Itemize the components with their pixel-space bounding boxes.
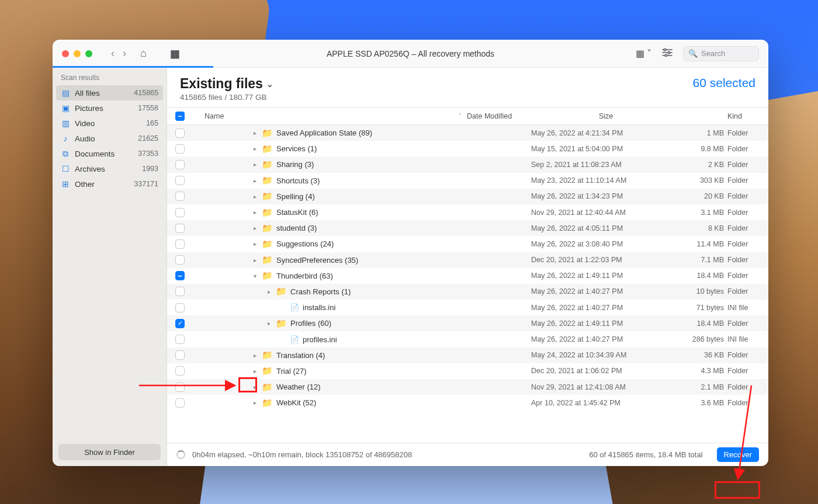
row-checkbox[interactable] bbox=[175, 160, 185, 169]
row-checkbox[interactable]: − bbox=[175, 271, 185, 280]
row-checkbox[interactable]: ✓ bbox=[175, 319, 185, 328]
svg-point-4 bbox=[668, 51, 670, 54]
row-checkbox[interactable] bbox=[175, 303, 185, 312]
recover-button[interactable]: Recover bbox=[717, 447, 759, 462]
app-window: ‹ › ⌂ ▮▮ APPLE SSD AP0256Q – All recover… bbox=[53, 40, 768, 466]
table-row[interactable]: ▸📁studentd (3)May 26, 2022 at 4:05:11 PM… bbox=[167, 220, 768, 236]
sidebar-item-all-files[interactable]: ▤All files415865 bbox=[56, 85, 163, 100]
row-checkbox[interactable] bbox=[175, 128, 185, 138]
close-button[interactable] bbox=[62, 50, 69, 57]
disclosure-icon[interactable]: ▸ bbox=[251, 145, 258, 152]
column-kind[interactable]: Kind bbox=[727, 112, 768, 120]
select-all-checkbox[interactable]: − bbox=[175, 112, 185, 121]
disclosure-icon[interactable]: ▸ bbox=[251, 161, 258, 168]
sidebar-item-other[interactable]: ⊞Other337171 bbox=[53, 176, 167, 192]
row-name: Profiles (60) bbox=[290, 319, 331, 328]
back-button[interactable]: ‹ bbox=[109, 46, 117, 61]
disclosure-icon[interactable]: ▸ bbox=[251, 241, 258, 247]
row-name: Spelling (4) bbox=[276, 192, 315, 201]
show-in-finder-button[interactable]: Show in Finder bbox=[58, 444, 161, 460]
row-name: Saved Application State (89) bbox=[276, 128, 372, 137]
table-row[interactable]: −▾📁Thunderbird (63)May 26, 2022 at 1:49:… bbox=[167, 268, 768, 284]
table-row[interactable]: ▸📁StatusKit (6)Nov 29, 2021 at 12:40:44 … bbox=[167, 204, 768, 220]
table-row[interactable]: ▸📁Suggestions (24)May 26, 2022 at 3:08:4… bbox=[167, 236, 768, 252]
home-icon[interactable]: ⌂ bbox=[137, 47, 150, 60]
sidebar-icon: ☐ bbox=[61, 164, 70, 173]
filter-button[interactable] bbox=[662, 48, 673, 59]
table-row[interactable]: ▸📁Weather (12)Nov 29, 2021 at 12:41:08 A… bbox=[167, 379, 768, 395]
table-row[interactable]: ▸📁Shortcuts (3)May 23, 2022 at 11:10:14 … bbox=[167, 173, 768, 189]
folder-icon: 📁 bbox=[262, 207, 273, 218]
disclosure-icon[interactable]: ▸ bbox=[251, 130, 258, 136]
table-row[interactable]: ▸📁WebKit (52)Apr 10, 2022 at 1:45:42 PM3… bbox=[167, 395, 768, 411]
table-row[interactable]: ✓▸📁Profiles (60)May 26, 2022 at 1:49:11 … bbox=[167, 315, 768, 331]
disclosure-icon[interactable]: ▸ bbox=[251, 225, 258, 231]
row-name: Suggestions (24) bbox=[276, 239, 334, 248]
table-row[interactable]: ▸📁Translation (4)May 24, 2022 at 10:34:3… bbox=[167, 347, 768, 363]
disclosure-icon[interactable]: ▸ bbox=[251, 209, 258, 215]
disclosure-icon[interactable]: ▸ bbox=[251, 193, 258, 200]
column-size[interactable]: Size bbox=[599, 112, 663, 120]
row-checkbox[interactable] bbox=[175, 287, 185, 296]
row-checkbox[interactable] bbox=[175, 335, 185, 344]
row-date: May 26, 2022 at 1:40:27 PM bbox=[531, 335, 663, 343]
sidebar-item-label: Documents bbox=[75, 150, 115, 158]
row-checkbox[interactable] bbox=[175, 144, 185, 154]
row-date: Dec 20, 2021 at 1:22:03 PM bbox=[531, 256, 663, 264]
disclosure-icon[interactable]: ▸ bbox=[265, 289, 272, 295]
table-row[interactable]: ▸📁Spelling (4)May 26, 2022 at 1:34:23 PM… bbox=[167, 189, 768, 204]
row-size: 18.4 MB bbox=[663, 319, 727, 328]
table-row[interactable]: ▸📁Trial (27)Dec 20, 2021 at 1:06:02 PM4.… bbox=[167, 363, 768, 379]
page-title[interactable]: Existing files ⌄ bbox=[180, 76, 273, 92]
row-checkbox[interactable] bbox=[175, 192, 185, 201]
row-checkbox[interactable] bbox=[175, 239, 185, 249]
disclosure-icon[interactable]: ▾ bbox=[251, 273, 258, 279]
forward-button[interactable]: › bbox=[120, 46, 129, 61]
sidebar-item-pictures[interactable]: ▣Pictures17558 bbox=[53, 100, 167, 116]
sidebar-item-documents[interactable]: ⧉Documents37353 bbox=[53, 146, 167, 161]
sidebar-icon: ▥ bbox=[61, 119, 70, 128]
row-checkbox[interactable] bbox=[175, 208, 185, 217]
disclosure-icon[interactable]: ▸ bbox=[251, 399, 258, 406]
table-row[interactable]: ▸📁Services (1)May 15, 2021 at 5:04:00 PM… bbox=[167, 141, 768, 157]
selection-summary: 60 of 415865 items, 18.4 MB total bbox=[589, 450, 702, 459]
row-checkbox[interactable] bbox=[175, 398, 185, 408]
row-checkbox[interactable] bbox=[175, 366, 185, 376]
folder-icon: 📁 bbox=[262, 223, 273, 234]
minimize-button[interactable] bbox=[74, 50, 81, 57]
disclosure-icon[interactable]: ▸ bbox=[251, 384, 258, 390]
table-row[interactable]: 📄installs.iniMay 26, 2022 at 1:40:27 PM7… bbox=[167, 300, 768, 315]
sidebar-item-archives[interactable]: ☐Archives1993 bbox=[53, 161, 167, 176]
row-kind: Folder bbox=[727, 256, 768, 264]
pause-icon[interactable]: ▮▮ bbox=[167, 47, 182, 60]
row-size: 9.8 MB bbox=[663, 145, 727, 153]
sidebar-item-audio[interactable]: ♪Audio21625 bbox=[53, 131, 167, 146]
row-checkbox[interactable] bbox=[175, 350, 185, 360]
disclosure-icon[interactable]: ▸ bbox=[251, 178, 258, 184]
disclosure-icon[interactable]: ▸ bbox=[251, 368, 258, 374]
table-row[interactable]: ▸📁Saved Application State (89)May 26, 20… bbox=[167, 125, 768, 141]
selection-count[interactable]: 60 selected bbox=[693, 76, 755, 90]
maximize-button[interactable] bbox=[85, 50, 92, 57]
disclosure-icon[interactable]: ▸ bbox=[251, 352, 258, 359]
column-name[interactable]: Nameˆ bbox=[193, 112, 467, 120]
row-checkbox[interactable] bbox=[175, 224, 185, 233]
view-mode-button[interactable]: ▦ ˅ bbox=[636, 48, 651, 59]
disclosure-icon[interactable]: ▸ bbox=[251, 257, 258, 263]
row-name: Trial (27) bbox=[276, 367, 307, 376]
table-row[interactable]: ▸📁Crash Reports (1)May 26, 2022 at 1:40:… bbox=[167, 284, 768, 300]
sidebar-item-video[interactable]: ▥Video165 bbox=[53, 116, 167, 131]
row-date: May 26, 2022 at 4:21:34 PM bbox=[531, 129, 663, 137]
table-row[interactable]: ▸📁Sharing (3)Sep 2, 2021 at 11:08:23 AM2… bbox=[167, 157, 768, 172]
disclosure-icon[interactable]: ▸ bbox=[265, 320, 272, 326]
nav-buttons: ‹ › bbox=[109, 46, 129, 61]
column-date[interactable]: Date Modified bbox=[467, 112, 599, 120]
search-input[interactable]: 🔍 Search bbox=[683, 46, 759, 61]
row-checkbox[interactable] bbox=[175, 383, 185, 392]
progress-text: 0h04m elapsed, ~0h10m remain, block 1351… bbox=[192, 450, 412, 459]
file-list[interactable]: ▸📁Saved Application State (89)May 26, 20… bbox=[167, 125, 768, 443]
row-checkbox[interactable] bbox=[175, 176, 185, 185]
table-row[interactable]: ▸📁SyncedPreferences (35)Dec 20, 2021 at … bbox=[167, 252, 768, 268]
row-checkbox[interactable] bbox=[175, 255, 185, 265]
table-row[interactable]: 📄profiles.iniMay 26, 2022 at 1:40:27 PM2… bbox=[167, 331, 768, 347]
